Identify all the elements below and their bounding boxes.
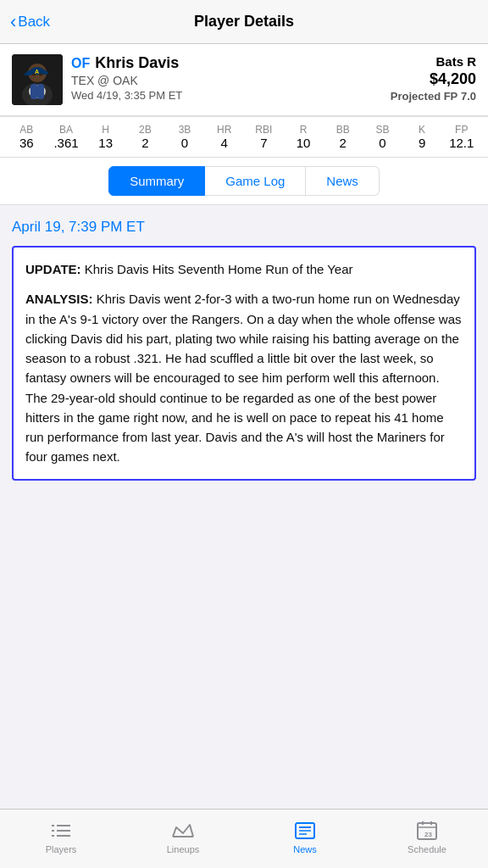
update-label: UPDATE: xyxy=(25,262,81,276)
stat-value-fp: 12.1 xyxy=(441,136,481,150)
stat-col-sb: SB0 xyxy=(363,124,402,150)
stat-col-3b: 3B0 xyxy=(165,124,205,150)
stat-col-fp: FP12.1 xyxy=(441,124,481,150)
stat-label-ba: BA xyxy=(47,124,86,136)
stat-label-r: R xyxy=(284,124,324,136)
nav-bar: ‹ Back Player Details xyxy=(0,0,488,44)
bottom-tab-label-news: News xyxy=(293,844,317,854)
stat-value-sb: 0 xyxy=(363,136,402,150)
stat-label-ab: AB xyxy=(7,124,47,136)
stat-col-r: R10 xyxy=(284,124,324,150)
stat-col-2b: 2B2 xyxy=(125,124,165,150)
stat-col-bb: BB2 xyxy=(323,124,363,150)
player-bats: Bats R xyxy=(391,54,476,69)
bottom-tab-lineups[interactable]: Lineups xyxy=(122,821,244,854)
player-position: OF xyxy=(71,56,90,71)
bottom-tab-bar: PlayersLineupsNews23Schedule xyxy=(0,809,488,868)
analysis-label: ANALYSIS: xyxy=(25,292,92,306)
player-name: Khris Davis xyxy=(95,54,179,72)
stat-col-ba: BA.361 xyxy=(47,124,86,150)
back-button[interactable]: ‹ Back xyxy=(10,13,50,31)
svg-rect-4 xyxy=(25,73,31,75)
stat-value-3b: 0 xyxy=(165,136,205,150)
bottom-tab-schedule[interactable]: 23Schedule xyxy=(366,821,488,854)
avatar: A xyxy=(12,54,63,105)
player-salary: $4,200 xyxy=(391,70,476,88)
stat-value-rbi: 7 xyxy=(244,136,284,150)
player-projected-fp: Projected FP 7.0 xyxy=(391,90,476,103)
stat-value-bb: 2 xyxy=(323,136,363,150)
svg-rect-9 xyxy=(30,84,37,99)
back-label: Back xyxy=(18,14,50,31)
news-analysis: ANALYSIS: Khris Davis went 2-for-3 with … xyxy=(25,289,463,466)
stat-label-fp: FP xyxy=(441,124,481,136)
bottom-tab-label-schedule: Schedule xyxy=(408,844,446,854)
stat-col-k: K9 xyxy=(402,124,442,150)
stat-value-h: 13 xyxy=(86,136,125,150)
tab-game-log[interactable]: Game Log xyxy=(205,166,306,196)
stat-label-rbi: RBI xyxy=(244,124,284,136)
svg-text:A: A xyxy=(35,69,39,75)
stat-value-k: 9 xyxy=(402,136,442,150)
news-update: UPDATE: Khris Davis Hits Seventh Home Ru… xyxy=(25,259,463,279)
stat-label-bb: BB xyxy=(323,124,363,136)
player-tabs: SummaryGame LogNews xyxy=(0,158,488,205)
bottom-tab-news[interactable]: News xyxy=(244,821,366,854)
tab-summary[interactable]: Summary xyxy=(108,166,205,196)
stat-col-ab: AB36 xyxy=(7,124,47,150)
stat-label-h: H xyxy=(86,124,125,136)
news-date: April 19, 7:39 PM ET xyxy=(12,219,476,236)
stat-value-2b: 2 xyxy=(125,136,165,150)
stat-label-hr: HR xyxy=(204,124,244,136)
bottom-tab-label-players: Players xyxy=(46,844,77,854)
update-text: Khris Davis Hits Seventh Home Run of the… xyxy=(81,262,353,276)
bottom-tab-players[interactable]: Players xyxy=(0,821,122,854)
player-left: A OF Khris Davis TEX @ OAK Wed 4/19, 3:3… xyxy=(12,54,182,105)
stat-value-ba: .361 xyxy=(47,136,86,150)
player-team: TEX @ OAK xyxy=(71,74,182,87)
content-area: April 19, 7:39 PM ET UPDATE: Khris Davis… xyxy=(0,205,488,809)
svg-point-7 xyxy=(39,74,42,76)
stat-col-h: H13 xyxy=(86,124,125,150)
stat-label-3b: 3B xyxy=(165,124,205,136)
chevron-left-icon: ‹ xyxy=(10,13,16,31)
stats-row: AB36BA.361H132B23B0HR4RBI7R10BB2SB0K9FP1… xyxy=(0,116,488,158)
stat-col-hr: HR4 xyxy=(204,124,244,150)
page-title: Player Details xyxy=(194,13,294,31)
bottom-tab-label-lineups: Lineups xyxy=(167,844,200,854)
player-datetime: Wed 4/19, 3:35 PM ET xyxy=(71,89,182,102)
list-icon xyxy=(49,821,73,841)
tab-news[interactable]: News xyxy=(306,166,380,196)
stat-value-r: 10 xyxy=(284,136,324,150)
player-info: OF Khris Davis TEX @ OAK Wed 4/19, 3:35 … xyxy=(71,54,182,102)
stat-label-2b: 2B xyxy=(125,124,165,136)
stat-value-ab: 36 xyxy=(7,136,47,150)
analysis-text: Khris Davis went 2-for-3 with a two-run … xyxy=(25,292,462,464)
stat-col-rbi: RBI7 xyxy=(244,124,284,150)
news-article: UPDATE: Khris Davis Hits Seventh Home Ru… xyxy=(12,246,476,481)
crown-icon xyxy=(171,821,195,841)
svg-text:23: 23 xyxy=(424,831,432,838)
player-header: A OF Khris Davis TEX @ OAK Wed 4/19, 3:3… xyxy=(0,44,488,116)
stat-value-hr: 4 xyxy=(204,136,244,150)
calendar-icon: 23 xyxy=(415,821,439,841)
svg-point-6 xyxy=(32,74,36,76)
stat-label-sb: SB xyxy=(363,124,402,136)
player-right: Bats R $4,200 Projected FP 7.0 xyxy=(391,54,476,103)
news-icon xyxy=(293,821,317,841)
svg-rect-10 xyxy=(37,84,44,99)
stat-label-k: K xyxy=(402,124,442,136)
